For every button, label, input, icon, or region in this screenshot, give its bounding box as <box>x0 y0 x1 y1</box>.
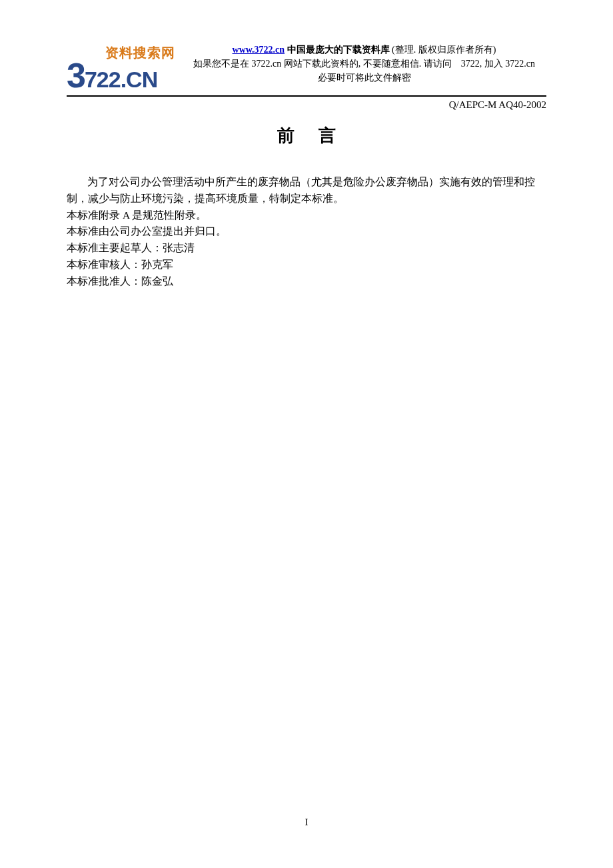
header-line1-paren: (整理. 版权归原作者所有) <box>392 45 496 55</box>
logo-main: 3 722.CN <box>67 58 175 93</box>
header-line-3: 必要时可将此文件解密 <box>182 71 546 85</box>
logo-3-icon: 3 <box>67 58 86 93</box>
paragraph-6: 本标准批准人：陈金弘 <box>67 273 546 290</box>
logo-722cn-text: 722.CN <box>85 68 157 91</box>
document-page: 资料搜索网 3 722.CN www.3722.cn 中国最庞大的下载资料库 (… <box>0 0 613 317</box>
page-title: 前言 <box>67 124 546 147</box>
paragraph-2: 本标准附录 A 是规范性附录。 <box>67 207 546 224</box>
paragraph-5: 本标准审核人：孙克军 <box>67 257 546 273</box>
site-link[interactable]: www.3722.cn <box>233 45 285 55</box>
header-divider <box>67 95 546 97</box>
header-line1-bold: 中国最庞大的下载资料库 <box>285 45 392 55</box>
paragraph-4: 本标准主要起草人：张志清 <box>67 240 546 257</box>
page-header: 资料搜索网 3 722.CN www.3722.cn 中国最庞大的下载资料库 (… <box>67 40 546 93</box>
header-text-block: www.3722.cn 中国最庞大的下载资料库 (整理. 版权归原作者所有) 如… <box>182 40 546 85</box>
paragraph-3: 本标准由公司办公室提出并归口。 <box>67 223 546 240</box>
logo-tagline: 资料搜索网 <box>105 44 175 62</box>
document-code: Q/AEPC-M AQ40-2002 <box>67 99 546 111</box>
site-logo: 资料搜索网 3 722.CN <box>67 44 175 93</box>
page-number: I <box>0 817 613 828</box>
header-line-2: 如果您不是在 3722.cn 网站下载此资料的, 不要随意相信. 请访问 372… <box>182 57 546 71</box>
paragraph-1: 为了对公司办公管理活动中所产生的废弃物品（尤其是危险办公废弃物品）实施有效的管理… <box>67 174 546 207</box>
header-line-1: www.3722.cn 中国最庞大的下载资料库 (整理. 版权归原作者所有) <box>182 43 546 57</box>
body-text: 为了对公司办公管理活动中所产生的废弃物品（尤其是危险办公废弃物品）实施有效的管理… <box>67 174 546 290</box>
